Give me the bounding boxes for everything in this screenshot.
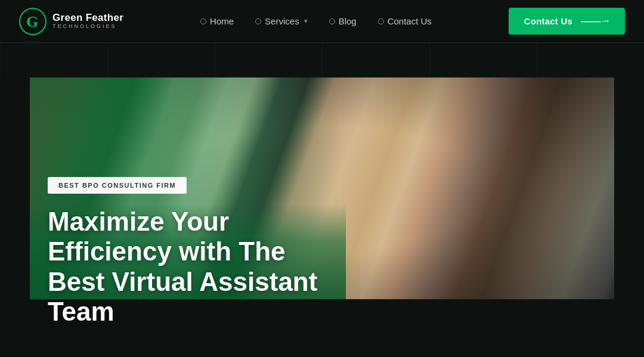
nav-services-label: Services xyxy=(265,16,299,26)
nav-contact-label: Contact Us xyxy=(388,16,432,26)
logo-text: Green Feather Technologies xyxy=(52,13,123,30)
nav-home-label: Home xyxy=(210,16,234,26)
contact-btn-label: Contact Us xyxy=(524,16,572,26)
header: G Green Feather Technologies Home Servic… xyxy=(0,0,644,43)
brand-tagline: Technologies xyxy=(52,24,123,30)
nav-dot-contact xyxy=(378,18,384,24)
main-nav: Home Services ▾ Blog Contact Us xyxy=(200,16,432,26)
nav-dot-home xyxy=(200,18,206,24)
nav-services[interactable]: Services ▾ xyxy=(255,16,308,26)
logo-icon: G xyxy=(19,8,47,35)
logo[interactable]: G Green Feather Technologies xyxy=(19,8,123,35)
svg-text:G: G xyxy=(26,13,38,30)
hero-section: BEST BPO CONSULTING FIRM Maximize Your E… xyxy=(0,43,644,357)
hero-title: Maximize Your Efficiency with The Best V… xyxy=(48,207,334,327)
contact-us-button[interactable]: Contact Us ——→ xyxy=(509,8,625,35)
nav-blog-label: Blog xyxy=(339,16,357,26)
nav-dot-services xyxy=(255,18,261,24)
nav-contact[interactable]: Contact Us xyxy=(378,16,432,26)
hero-content: BEST BPO CONSULTING FIRM Maximize Your E… xyxy=(48,177,334,327)
nav-dot-blog xyxy=(329,18,335,24)
nav-home[interactable]: Home xyxy=(200,16,234,26)
top-dark-strip xyxy=(0,43,644,77)
brand-name: Green Feather xyxy=(52,13,123,24)
nav-blog[interactable]: Blog xyxy=(329,16,357,26)
arrow-icon: ——→ xyxy=(581,15,609,27)
hero-badge: BEST BPO CONSULTING FIRM xyxy=(48,177,187,194)
chevron-down-icon: ▾ xyxy=(304,17,308,25)
